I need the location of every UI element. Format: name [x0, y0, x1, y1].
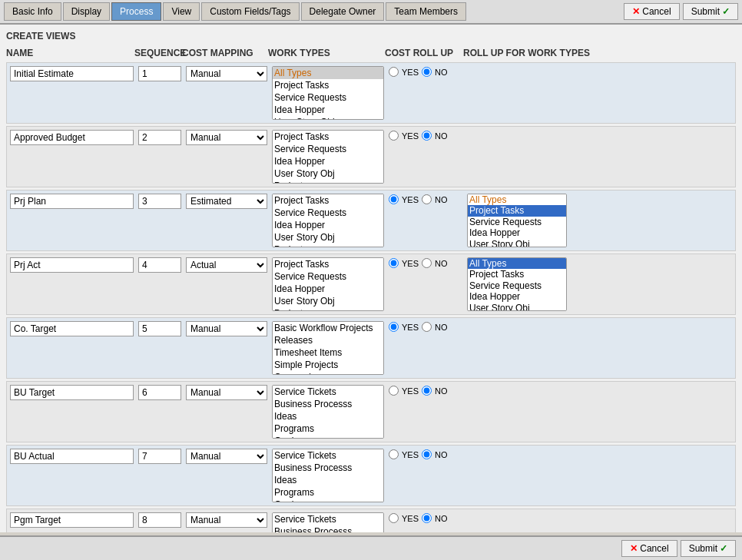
header-cost-roll-up: COST ROLL UP	[385, 48, 462, 58]
rollup-wt-list-4[interactable]: All Types Project Tasks Service Requests…	[467, 257, 567, 311]
cost-mapping-select-7[interactable]: ManualEstimatedActual	[186, 449, 267, 464]
name-input-2[interactable]	[10, 130, 134, 145]
name-input-1[interactable]	[10, 66, 134, 81]
cost-mapping-select-6[interactable]: ManualEstimatedActual	[186, 385, 267, 400]
rollup-yes-2[interactable]	[389, 131, 399, 141]
rollup-no-5[interactable]	[422, 322, 432, 332]
rollup-no-4[interactable]	[422, 258, 432, 268]
work-types-list-2[interactable]: Project Tasks Service Requests Idea Hopp…	[272, 130, 384, 184]
check-icon-bottom: ✓	[720, 543, 727, 554]
header-name: NAME	[6, 48, 133, 58]
seq-input-4[interactable]	[138, 257, 181, 273]
rollup-yes-6[interactable]	[389, 386, 399, 396]
rollup-no-6[interactable]	[422, 386, 432, 396]
rollup-wt-list-3[interactable]: All Types Project Tasks Service Requests…	[467, 194, 567, 247]
cost-mapping-select-3[interactable]: ManualEstimatedActual	[186, 194, 267, 209]
table-row: ManualEstimatedActual Project Tasks Serv…	[6, 253, 736, 315]
tab-team-members[interactable]: Team Members	[386, 2, 466, 21]
work-types-list-7[interactable]: Service Tickets Business Processs Ideas …	[272, 449, 384, 502]
seq-input-6[interactable]	[138, 385, 181, 400]
work-types-list-6[interactable]: Service Tickets Business Processs Ideas …	[272, 385, 384, 439]
table-row: ManualEstimatedActual All Types Project …	[6, 62, 736, 124]
rollup-no-3[interactable]	[422, 194, 432, 204]
table-row: ManualEstimatedActual Basic Workflow Pro…	[6, 317, 736, 379]
cost-mapping-select-4[interactable]: ManualEstimatedActual	[186, 257, 267, 273]
rollup-no-2[interactable]	[422, 131, 432, 141]
cancel-button-top[interactable]: ✕ Cancel	[624, 3, 679, 20]
top-nav: Basic Info Display Process View Custom F…	[0, 0, 742, 25]
cost-mapping-select-1[interactable]: ManualEstimatedActual	[186, 66, 267, 81]
rollup-yes-4[interactable]	[389, 258, 399, 268]
cancel-button-bottom[interactable]: ✕ Cancel	[621, 540, 677, 557]
work-types-list-5[interactable]: Basic Workflow Projects Releases Timeshe…	[272, 321, 384, 375]
rollup-yes-5[interactable]	[389, 322, 399, 332]
rollup-yes-7[interactable]	[389, 449, 399, 459]
rollup-no-1[interactable]	[422, 67, 432, 77]
rollup-no-7[interactable]	[422, 449, 432, 459]
table-header: NAME SEQUENCE COST MAPPING WORK TYPES CO…	[6, 46, 736, 60]
tab-custom-fields[interactable]: Custom Fields/Tags	[201, 2, 299, 21]
cost-mapping-select-5[interactable]: ManualEstimatedActual	[186, 321, 267, 336]
rollup-yes-3[interactable]	[389, 194, 399, 204]
header-roll-up-for-wt: ROLL UP FOR WORK TYPES	[463, 48, 736, 58]
x-icon: ✕	[632, 6, 640, 17]
tab-process[interactable]: Process	[111, 2, 161, 21]
bottom-bar: ✕ Cancel Submit ✓	[0, 535, 742, 560]
seq-input-2[interactable]	[138, 130, 181, 145]
tab-display[interactable]: Display	[63, 2, 110, 21]
name-input-5[interactable]	[10, 321, 134, 336]
tab-basic-info[interactable]: Basic Info	[4, 2, 61, 21]
seq-input-5[interactable]	[138, 321, 181, 336]
rollup-yes-8[interactable]	[389, 513, 399, 523]
header-cost-mapping: COST MAPPING	[182, 48, 267, 58]
seq-input-3[interactable]	[138, 194, 181, 209]
work-types-list-8[interactable]: Service Tickets Business Processs Ideas …	[272, 512, 384, 532]
tab-view[interactable]: View	[163, 2, 200, 21]
header-work-types: WORK TYPES	[268, 48, 383, 58]
work-types-list-1[interactable]: All Types Project Tasks Service Requests…	[272, 66, 384, 120]
submit-button-top[interactable]: Submit ✓	[683, 3, 738, 20]
tab-delegate-owner[interactable]: Delegate Owner	[301, 2, 385, 21]
header-sequence: SEQUENCE	[134, 48, 181, 58]
rollup-no-8[interactable]	[422, 513, 432, 523]
submit-button-bottom[interactable]: Submit ✓	[681, 540, 736, 557]
x-icon-bottom: ✕	[630, 543, 638, 554]
name-input-6[interactable]	[10, 385, 134, 400]
work-types-list-4[interactable]: Project Tasks Service Requests Idea Hopp…	[272, 257, 384, 311]
rollup-yes-1[interactable]	[389, 67, 399, 77]
work-types-list-3[interactable]: Project Tasks Service Requests Idea Hopp…	[272, 194, 384, 247]
seq-input-7[interactable]	[138, 449, 181, 464]
table-row: ManualEstimatedActual Service Tickets Bu…	[6, 381, 736, 442]
table-row: ManualEstimatedActual Service Tickets Bu…	[6, 509, 736, 532]
seq-input-1[interactable]	[138, 66, 181, 81]
cost-mapping-select-8[interactable]: ManualEstimatedActual	[186, 512, 267, 528]
name-input-7[interactable]	[10, 449, 134, 464]
section-title: CREATE VIEWS	[6, 31, 736, 41]
seq-input-8[interactable]	[138, 512, 181, 528]
check-icon: ✓	[722, 6, 730, 17]
cost-mapping-select-2[interactable]: ManualEstimatedActual	[186, 130, 267, 145]
name-input-3[interactable]	[10, 194, 134, 209]
table-row: ManualEstimatedActual Service Tickets Bu…	[6, 445, 736, 506]
name-input-8[interactable]	[10, 512, 134, 528]
table-row: ManualEstimatedActual Project Tasks Serv…	[6, 126, 736, 187]
table-row: ManualEstimatedActual Project Tasks Serv…	[6, 190, 736, 251]
name-input-4[interactable]	[10, 257, 134, 273]
